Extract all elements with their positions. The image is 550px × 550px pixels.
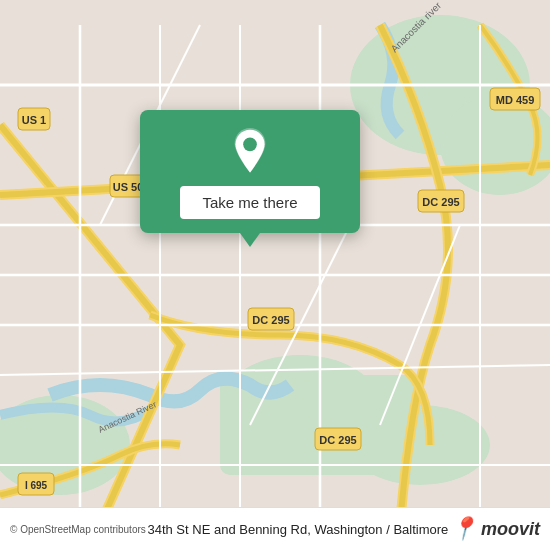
svg-text:DC 295: DC 295 bbox=[319, 434, 356, 446]
map-attribution: © OpenStreetMap contributors bbox=[10, 524, 146, 535]
take-me-there-button[interactable]: Take me there bbox=[180, 186, 319, 219]
popup-card: Take me there bbox=[140, 110, 360, 233]
map-container: US 1 US 50 US 50 DC 295 DC 295 DC 295 MD… bbox=[0, 0, 550, 550]
moovit-logo: 📍 moovit bbox=[450, 516, 540, 542]
map-svg: US 1 US 50 US 50 DC 295 DC 295 DC 295 MD… bbox=[0, 0, 550, 550]
address-label: 34th St NE and Benning Rd, Washington / … bbox=[146, 522, 450, 537]
svg-text:DC 295: DC 295 bbox=[252, 314, 289, 326]
moovit-logo-text: moovit bbox=[481, 519, 540, 540]
svg-text:DC 295: DC 295 bbox=[422, 196, 459, 208]
svg-text:MD 459: MD 459 bbox=[496, 94, 535, 106]
location-pin-icon bbox=[226, 128, 274, 176]
svg-text:US 1: US 1 bbox=[22, 114, 46, 126]
svg-point-36 bbox=[243, 137, 257, 151]
bottom-bar: © OpenStreetMap contributors 34th St NE … bbox=[0, 507, 550, 550]
moovit-pin-icon: 📍 bbox=[450, 516, 477, 542]
svg-text:US 50: US 50 bbox=[113, 181, 144, 193]
svg-text:I 695: I 695 bbox=[25, 480, 48, 491]
